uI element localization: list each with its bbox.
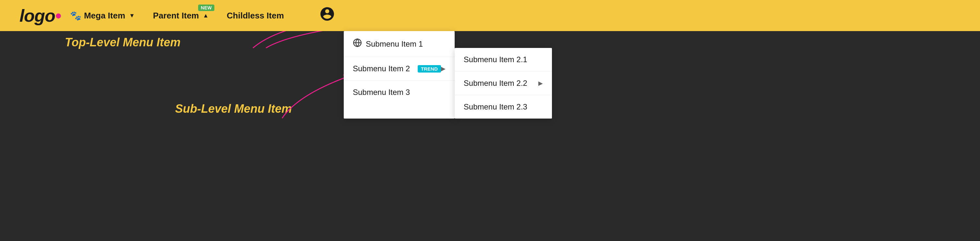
dropdown-container: Submenu Item 1 Submenu Item 2 TREND ▶ Su…	[344, 31, 552, 119]
dropdown-item-3[interactable]: Submenu Item 3	[344, 81, 455, 104]
chevron-down-icon: ▼	[129, 12, 135, 19]
trend-badge: TREND	[418, 65, 441, 73]
nav-item-parent-label: Parent Item	[153, 11, 199, 21]
header: logo• 🐾 Mega Item ▼ Parent Item ▲ NEW Ch…	[0, 0, 980, 31]
sub-dropdown-item-2[interactable]: Submenu Item 2.2 ▶	[455, 71, 552, 95]
logo[interactable]: logo•	[19, 5, 61, 25]
main-nav: 🐾 Mega Item ▼ Parent Item ▲ NEW Childles…	[61, 0, 293, 31]
dropdown-item-1-label: Submenu Item 1	[366, 40, 423, 49]
dropdown-item-2[interactable]: Submenu Item 2 TREND ▶	[344, 57, 455, 81]
new-badge: NEW	[198, 5, 214, 11]
sub-dropdown-item-2-label: Submenu Item 2.2	[464, 79, 527, 88]
dropdown-item-3-label: Submenu Item 3	[353, 88, 410, 97]
sub-dropdown-item-3-label: Submenu Item 2.3	[464, 102, 527, 111]
sub-dropdown: Submenu Item 2.1 Submenu Item 2.2 ▶ Subm…	[455, 48, 552, 119]
primary-dropdown: Submenu Item 1 Submenu Item 2 TREND ▶ Su…	[344, 31, 455, 119]
account-button[interactable]	[319, 6, 335, 25]
dropdown-item-1[interactable]: Submenu Item 1	[344, 31, 455, 57]
chevron-right-icon: ▶	[441, 65, 445, 72]
sub-dropdown-item-1-label: Submenu Item 2.1	[464, 55, 527, 64]
submenu-icon-1	[353, 38, 362, 49]
nav-item-mega-label: Mega Item	[84, 11, 125, 21]
annotation-sub-level: Sub-Level Menu Item	[175, 102, 292, 116]
nav-item-childless[interactable]: Childless Item	[218, 0, 293, 31]
nav-item-parent[interactable]: Parent Item ▲ NEW	[144, 0, 218, 31]
sub-dropdown-item-1[interactable]: Submenu Item 2.1	[455, 48, 552, 71]
nav-item-childless-label: Childless Item	[227, 11, 284, 21]
logo-text: logo•	[19, 6, 61, 25]
chevron-up-icon: ▲	[203, 12, 208, 19]
paw-icon: 🐾	[70, 10, 81, 21]
nav-item-mega[interactable]: 🐾 Mega Item ▼	[61, 0, 144, 31]
sub-dropdown-item-3[interactable]: Submenu Item 2.3	[455, 95, 552, 119]
dropdown-item-2-label: Submenu Item 2	[353, 64, 410, 73]
annotation-top-level: Top-Level Menu Item	[65, 36, 181, 49]
chevron-right-icon-2: ▶	[538, 80, 543, 87]
